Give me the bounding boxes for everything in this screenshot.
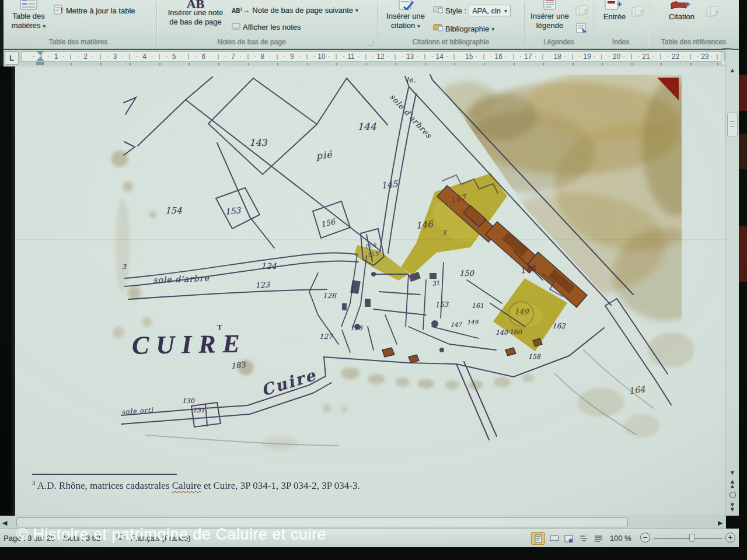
view-print-layout-button[interactable] <box>531 532 545 545</box>
footnote-marker: 3 <box>32 479 36 486</box>
mark-citation-button[interactable]: + Citation <box>664 0 700 22</box>
ab1-arrow-icon: AB1→ <box>232 6 250 15</box>
zoom-out-button[interactable]: − <box>640 533 650 542</box>
toc-button-label-1: Table des <box>5 12 53 21</box>
horizontal-ruler[interactable]: ··1··2··3··4··5··6··7··8··9··10··11··12·… <box>21 51 724 62</box>
group-label-footnotes: Notes de bas de page <box>157 38 346 46</box>
vertical-scrollbar-thumb[interactable] <box>727 113 738 137</box>
ruler-tick <box>189 54 189 60</box>
ruler-tick: · <box>519 52 522 60</box>
ruler-bottom-tick <box>690 63 692 65</box>
tab-selector[interactable]: L <box>5 51 19 65</box>
ruler-tick: · <box>254 52 256 60</box>
ruler-bottom-tick <box>484 63 485 65</box>
ruler-bottom-tick <box>661 63 662 65</box>
ruler-tick <box>483 54 484 60</box>
insert-footnote-label-2: de bas de page <box>162 18 229 27</box>
style-label: Style : <box>445 6 466 15</box>
scroll-right-icon[interactable]: ▶ <box>718 519 722 527</box>
ruler-tick: · <box>33 52 35 60</box>
ruler-bar: L ··1··2··3··4··5··6··7··8··9··10··11··1… <box>0 50 739 66</box>
bibliography-button[interactable]: Bibliographie ▾ <box>432 23 494 34</box>
ruler-number: 8 <box>261 52 265 61</box>
ruler-bottom-tick <box>159 63 160 65</box>
ruler-bottom-tick <box>307 63 308 65</box>
ruler-tick: · <box>535 52 537 60</box>
view-web-layout-button[interactable] <box>562 532 576 545</box>
ruler-tick: · <box>505 52 507 60</box>
insert-citation-icon <box>396 0 416 12</box>
vertical-scrollbar[interactable]: ▲ ▼ ▲▲ ▼▼ <box>725 50 739 516</box>
view-fullscreen-reading-button[interactable] <box>547 532 561 545</box>
toc-button[interactable]: Table des matières ▾ <box>5 0 53 31</box>
left-indent-icon[interactable] <box>36 62 44 65</box>
ruler-number: 21 <box>642 52 650 61</box>
ruler-tick: · <box>446 52 448 60</box>
ruler-tick: · <box>77 52 79 60</box>
ruler-number: 4 <box>142 52 146 61</box>
insert-citation-button[interactable]: Insérer une citation ▾ <box>381 0 430 31</box>
browse-object-icon[interactable] <box>727 492 738 500</box>
previous-page-icon[interactable]: ▲▲ <box>727 479 738 488</box>
ruler-number: 9 <box>290 52 294 61</box>
ruler-tick: · <box>284 52 286 60</box>
chevron-down-icon: ▾ <box>504 8 507 14</box>
ruler-tick: · <box>107 52 109 60</box>
insert-caption-label-2: légende <box>527 21 573 30</box>
ruler-tick <box>71 54 71 60</box>
ruler-bottom-tick <box>543 63 544 65</box>
ruler-number: 1 <box>54 52 58 61</box>
mark-entry-icon: + <box>603 0 626 12</box>
ruler-tick <box>100 54 100 60</box>
ruler-bottom-tick <box>71 63 72 65</box>
ruler-tick: · <box>269 52 271 60</box>
update-table-figures-icon[interactable] <box>575 22 589 36</box>
ruler-tick: · <box>638 52 640 60</box>
ruler-number: 15 <box>465 52 473 61</box>
svg-text:?: ? <box>584 8 588 15</box>
zoom-slider-track[interactable] <box>654 538 722 539</box>
view-draft-button[interactable] <box>591 532 605 545</box>
insert-index-icon[interactable]: ? <box>631 6 645 19</box>
ruler-bottom-tick <box>189 63 190 65</box>
ruler-bottom-tick <box>130 63 131 65</box>
mark-entry-button[interactable]: + Entrée <box>598 0 631 22</box>
footnote-ab-icon: AB <box>162 0 229 8</box>
ruler-bottom-tick <box>454 63 455 65</box>
insert-footnote-button[interactable]: AB Insérer une note de bas de page <box>162 0 229 27</box>
view-outline-button[interactable] <box>577 532 591 545</box>
document-page[interactable] <box>15 66 726 516</box>
ruler-tick: · <box>166 52 168 60</box>
insert-table-figures-icon[interactable]: ? <box>575 5 589 18</box>
insert-toa-icon[interactable]: ? <box>706 6 720 19</box>
ruler-bottom-tick <box>336 63 337 65</box>
show-notes-button[interactable]: Afficher les notes <box>232 22 301 32</box>
ruler-tick: · <box>475 52 477 60</box>
first-line-indent-icon[interactable] <box>36 51 44 55</box>
ruler-number: 11 <box>347 52 354 61</box>
dialog-launcher-icon[interactable] <box>366 38 374 46</box>
ruler-number: 19 <box>583 52 591 61</box>
ruler-number: 7 <box>231 52 235 61</box>
scroll-left-icon[interactable]: ◀ <box>2 519 7 527</box>
ribbon-group-index: + Entrée ? Index <box>594 0 648 48</box>
scroll-down-icon[interactable]: ▼ <box>727 468 738 477</box>
ruler-tick <box>602 54 602 60</box>
next-page-icon[interactable]: ▼▼ <box>727 502 738 512</box>
insert-caption-button[interactable]: Insérer une légende <box>527 0 573 30</box>
footnote-text: 3 A.D. Rhône, matrices cadastrales Calui… <box>32 479 406 492</box>
hanging-indent-icon[interactable] <box>36 57 44 61</box>
ribbon-group-citations: Insérer une citation ▾ Style : APA, cin▾… <box>378 0 524 48</box>
indent-markers[interactable] <box>36 51 44 65</box>
zoom-slider-thumb[interactable] <box>689 534 695 542</box>
next-footnote-button[interactable]: AB1→ Note de bas de page suivante ▾ <box>232 6 358 15</box>
ruler-tick <box>395 54 396 60</box>
group-label-index: Index <box>594 38 648 46</box>
photo-background-red <box>739 75 747 111</box>
update-table-button[interactable]: ! Mettre à jour la table <box>54 5 135 16</box>
scroll-up-icon[interactable]: ▲ <box>727 66 738 74</box>
style-combobox[interactable]: APA, cin▾ <box>469 5 511 16</box>
ruler-tick <box>690 54 690 60</box>
zoom-in-button[interactable]: + <box>725 533 735 542</box>
zoom-level[interactable]: 100 % <box>610 534 631 542</box>
